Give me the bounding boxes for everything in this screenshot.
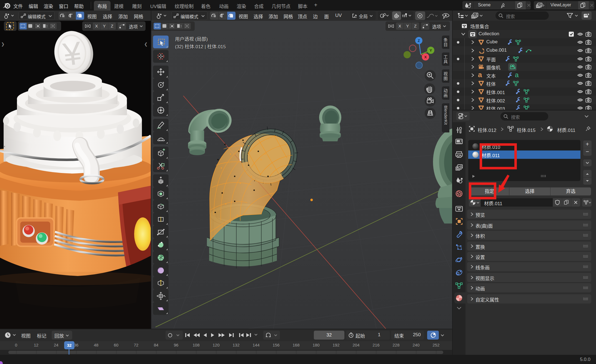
svg-text:Z: Z (418, 39, 420, 43)
svg-text:Y: Y (430, 48, 432, 52)
svg-text:X: X (424, 55, 427, 59)
